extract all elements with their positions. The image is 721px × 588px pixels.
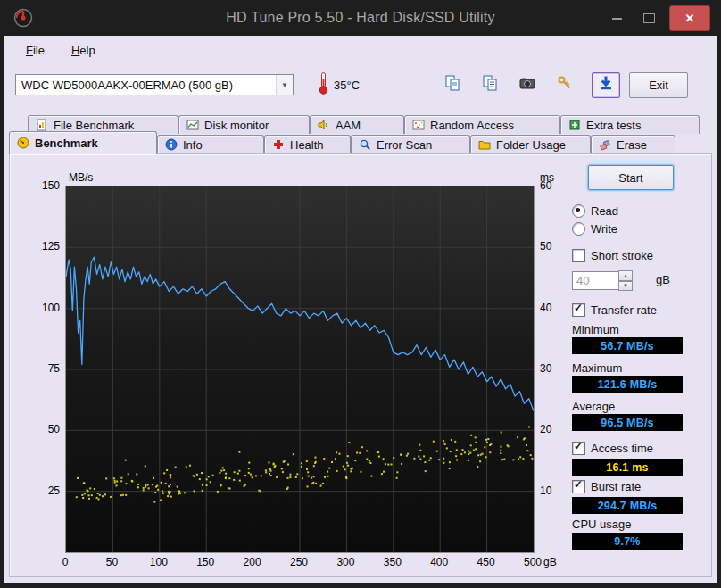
right-axis-unit-label: ms: [540, 171, 554, 184]
burst-rate-value: 294.7 MB/s: [572, 497, 683, 514]
right-axis-tick: 40: [540, 302, 551, 314]
tab-label: Info: [183, 138, 203, 152]
close-button[interactable]: ✕: [669, 5, 710, 31]
maximum-label: Maximum: [572, 361, 622, 375]
read-radio[interactable]: Read: [572, 204, 618, 218]
tab-error-scan[interactable]: Error Scan: [351, 135, 470, 153]
x-axis-tick: 250: [281, 556, 317, 568]
tab-aam[interactable]: AAM: [310, 115, 404, 134]
right-axis-tick: 20: [540, 423, 551, 435]
burst-rate-checkbox[interactable]: Burst rate: [572, 480, 641, 493]
copy-text-button[interactable]: [476, 72, 504, 98]
menu-file[interactable]: File: [26, 44, 45, 57]
client-area: FileHelp WDC WD5000AAKX-00ERMA0 (500 gB)…: [4, 36, 717, 583]
drive-select-value: WDC WD5000AAKX-00ERMA0 (500 gB): [16, 79, 276, 92]
x-axis-tick: 100: [141, 556, 177, 568]
extra-tests-icon: [568, 119, 581, 131]
short-stroke-checkbox-box[interactable]: [572, 249, 585, 262]
left-axis-tick: 50: [24, 423, 60, 435]
transfer-rate-label: Transfer rate: [591, 303, 657, 317]
benchmark-panel: 2550751001251501020304050600501001502002…: [9, 153, 712, 577]
read-radio-label: Read: [591, 204, 618, 218]
copy-image-button[interactable]: [438, 72, 467, 98]
access-time-value: 16.1 ms: [572, 459, 683, 476]
x-axis-tick: 400: [421, 556, 457, 568]
keys-icon: [556, 74, 574, 95]
tab-strip: File BenchmarkDisk monitorAAMRandom Acce…: [4, 114, 717, 153]
access-time-checkbox-box[interactable]: [572, 442, 585, 455]
stepper-up-icon[interactable]: ▲: [618, 270, 633, 281]
short-stroke-unit-label: gB: [656, 273, 670, 286]
registration-button[interactable]: [551, 72, 579, 98]
x-axis-tick: 200: [235, 556, 270, 568]
maximize-button[interactable]: [637, 8, 660, 29]
access-time-label: Access time: [591, 442, 653, 455]
file-benchmark-icon: [36, 119, 48, 131]
exit-button[interactable]: Exit: [629, 72, 688, 98]
left-axis-tick: 100: [24, 302, 60, 314]
write-radio-circle[interactable]: [572, 222, 585, 236]
drive-select[interactable]: WDC WD5000AAKX-00ERMA0 (500 gB) ▼: [15, 74, 294, 95]
tab-label: Erase: [617, 138, 647, 152]
copy-text-icon: [481, 74, 499, 95]
temperature-value: 35°C: [334, 79, 360, 92]
right-axis-tick: 10: [540, 484, 551, 497]
cpu-usage-value: 9.7%: [572, 533, 683, 550]
folder-usage-icon: [478, 138, 491, 151]
download-icon: [597, 74, 615, 95]
minimum-value: 56.7 MB/s: [572, 337, 683, 354]
transfer-rate-checkbox-box[interactable]: [572, 303, 585, 317]
tab-erase[interactable]: Erase: [591, 135, 675, 153]
average-label: Average: [572, 400, 615, 413]
write-radio[interactable]: Write: [572, 222, 617, 236]
write-radio-label: Write: [591, 222, 617, 236]
tab-disk-monitor[interactable]: Disk monitor: [178, 115, 310, 134]
tab-folder-usage[interactable]: Folder Usage: [470, 135, 591, 153]
minimize-button[interactable]: [605, 8, 628, 29]
short-stroke-checkbox[interactable]: Short stroke: [572, 249, 653, 262]
tab-label: Extra tests: [586, 119, 641, 132]
toolbar: WDC WD5000AAKX-00ERMA0 (500 gB) ▼ 35°C E…: [4, 64, 717, 105]
tab-label: AAM: [336, 119, 360, 132]
menu-help[interactable]: Help: [71, 44, 95, 57]
control-panel: Start Read Write Short stroke ▲ ▼: [561, 154, 713, 576]
benchmark-icon: [17, 137, 29, 149]
left-axis-tick: 125: [24, 240, 60, 253]
x-axis-tick: 300: [327, 556, 363, 568]
tab-label: Benchmark: [35, 137, 98, 150]
transfer-rate-checkbox[interactable]: Transfer rate: [572, 303, 657, 317]
hdtune-window: HD Tune Pro 5.50 - Hard Disk/SSD Utility…: [0, 0, 721, 588]
start-button[interactable]: Start: [588, 165, 674, 190]
title-bar[interactable]: HD Tune Pro 5.50 - Hard Disk/SSD Utility…: [0, 0, 721, 36]
burst-rate-checkbox-box[interactable]: [572, 480, 585, 493]
disk-monitor-icon: [186, 119, 199, 131]
minimize-icon: [612, 18, 622, 20]
left-axis-tick: 25: [24, 484, 60, 497]
tab-info[interactable]: Info: [157, 135, 264, 153]
app-logo-icon: [12, 7, 34, 29]
x-axis-tick: 50: [94, 556, 129, 568]
plot-area: [65, 186, 535, 553]
stepper-down-icon[interactable]: ▼: [618, 281, 633, 292]
short-stroke-stepper[interactable]: ▲ ▼: [618, 270, 633, 291]
thermometer-icon: [319, 71, 328, 99]
right-axis-tick: 50: [540, 240, 551, 253]
left-axis-tick: 150: [24, 179, 60, 192]
screenshot-button[interactable]: [513, 72, 542, 98]
save-results-button[interactable]: [592, 72, 620, 98]
short-stroke-label: Short stroke: [591, 249, 653, 262]
benchmark-chart: 2550751001251501020304050600501001502002…: [10, 154, 561, 576]
right-axis-tick: 30: [540, 362, 551, 375]
tab-health[interactable]: Health: [264, 135, 351, 153]
tab-random-access[interactable]: Random Access: [404, 115, 560, 134]
x-axis-tick: 0: [47, 556, 83, 568]
short-stroke-input[interactable]: [572, 271, 620, 290]
menu-bar: FileHelp: [4, 36, 717, 64]
tab-extra-tests[interactable]: Extra tests: [560, 115, 700, 134]
tab-benchmark[interactable]: Benchmark: [9, 131, 157, 154]
erase-icon: [599, 138, 611, 151]
read-radio-circle[interactable]: [572, 204, 585, 218]
chevron-down-icon[interactable]: ▼: [276, 75, 293, 95]
access-time-checkbox[interactable]: Access time: [572, 442, 653, 455]
maximum-value: 121.6 MB/s: [572, 376, 683, 393]
